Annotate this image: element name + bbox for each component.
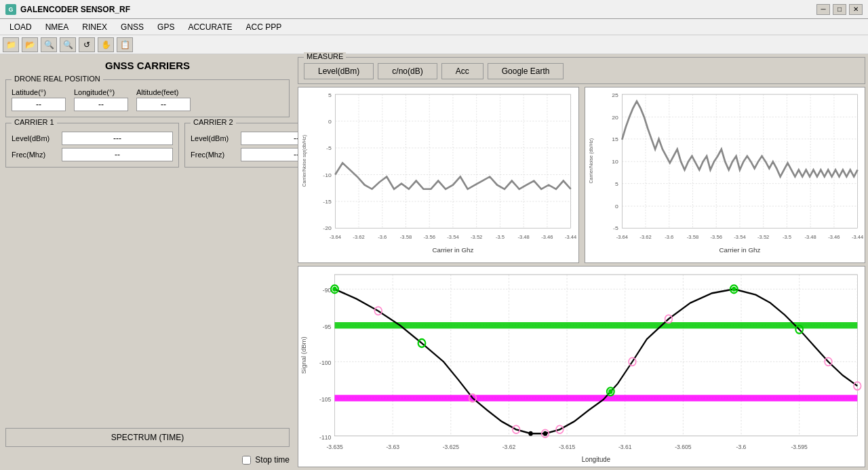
toolbar-hand-btn[interactable]: ✋ — [98, 37, 114, 52]
chart2-container: 25 20 15 10 5 0 -5 Carrier/Noise (db/Hz)… — [585, 87, 866, 263]
acc-button[interactable]: Acc — [441, 63, 484, 79]
svg-text:-3.635: -3.635 — [326, 443, 342, 450]
main-layout: GNSS CARRIERS DRONE REAL POSITION Latitu… — [0, 54, 868, 470]
toolbar: 📁 📂 🔍 🔍 ↺ ✋ 📋 — [0, 35, 868, 54]
svg-text:-3.6: -3.6 — [736, 443, 747, 450]
carrier1-level-label: Level(dBm) — [12, 134, 59, 142]
svg-text:-3.52: -3.52 — [471, 234, 482, 240]
svg-text:-3.48: -3.48 — [804, 234, 816, 240]
svg-text:-110: -110 — [319, 433, 331, 441]
chart3-svg: -90 -95 -100 -105 -110 Signal (dBm) — [298, 267, 865, 467]
svg-text:-3.58: -3.58 — [686, 234, 698, 240]
svg-text:-5: -5 — [613, 225, 618, 232]
svg-text:-3.5: -3.5 — [782, 234, 791, 240]
measure-buttons: Level(dBm) c/no(dB) Acc Google Earth — [304, 63, 859, 79]
carrier2-freq-label: Frec(Mhz) — [191, 151, 238, 159]
menu-load[interactable]: LOAD — [3, 21, 39, 33]
svg-text:25: 25 — [612, 92, 618, 98]
svg-text:-5: -5 — [326, 144, 332, 151]
title-bar: G GALENCODER SENSOR_RF ─ □ ✕ — [0, 0, 868, 19]
carrier1-level-row: Level(dBm) — [12, 132, 173, 145]
svg-text:0: 0 — [328, 118, 332, 125]
carrier1-title: CARRIER 1 — [12, 118, 57, 126]
menu-acc-ppp[interactable]: ACC PPP — [239, 21, 289, 33]
app-title: GALENCODER SENSOR_RF — [20, 5, 130, 14]
measure-group-title: MEASURE — [304, 52, 346, 60]
toolbar-search-btn[interactable]: 🔍 — [41, 37, 57, 52]
svg-text:-100: -100 — [319, 359, 331, 367]
svg-text:-3.46: -3.46 — [541, 234, 553, 240]
altitude-label: Altitude(feet) — [136, 88, 191, 96]
svg-text:10: 10 — [612, 159, 618, 165]
svg-text:0: 0 — [615, 203, 618, 210]
svg-text:-3.58: -3.58 — [400, 234, 412, 240]
right-panel: MEASURE Level(dBm) c/no(dB) Acc Google E… — [295, 54, 868, 470]
carriers-row: CARRIER 1 Level(dBm) Frec(Mhz) CARRIER 2 — [5, 123, 290, 168]
toolbar-folder-btn[interactable]: 📂 — [22, 37, 38, 52]
svg-text:-3.54: -3.54 — [734, 234, 745, 240]
svg-text:-3.46: -3.46 — [828, 234, 840, 240]
svg-text:-105: -105 — [319, 395, 331, 403]
carrier1-freq-row: Frec(Mhz) — [12, 148, 173, 161]
svg-text:-3.54: -3.54 — [447, 234, 458, 240]
latitude-input[interactable] — [12, 98, 66, 111]
svg-text:-3.52: -3.52 — [757, 234, 769, 240]
svg-text:-3.56: -3.56 — [710, 234, 722, 240]
svg-text:Longitude: Longitude — [582, 455, 611, 463]
svg-text:-3.6: -3.6 — [665, 234, 673, 240]
stop-time-label: Stop time — [255, 455, 290, 465]
svg-text:5: 5 — [328, 92, 332, 98]
menu-accurate[interactable]: ACCURATE — [181, 21, 239, 33]
stop-time-checkbox[interactable] — [242, 456, 251, 465]
chart3-container: -90 -95 -100 -105 -110 Signal (dBm) — [298, 266, 865, 467]
maximize-button[interactable]: □ — [833, 4, 846, 15]
longitude-input[interactable] — [74, 98, 128, 111]
minimize-button[interactable]: ─ — [816, 4, 830, 15]
svg-text:-3.615: -3.615 — [559, 443, 575, 450]
svg-text:-3.44: -3.44 — [852, 234, 863, 240]
svg-point-105 — [608, 389, 612, 394]
menu-bar: LOAD NMEA RINEX GNSS GPS ACCURATE ACC PP… — [0, 19, 868, 35]
svg-text:-3.605: -3.605 — [675, 443, 691, 450]
spectrum-button[interactable]: SPECTRUM (TIME) — [5, 428, 290, 447]
measure-group: MEASURE Level(dBm) c/no(dB) Acc Google E… — [298, 57, 865, 84]
svg-text:-3.64: -3.64 — [330, 234, 341, 240]
svg-text:-3.56: -3.56 — [424, 234, 435, 240]
toolbar-refresh-btn[interactable]: ↺ — [79, 37, 95, 52]
menu-rinex[interactable]: RINEX — [75, 21, 114, 33]
toolbar-zoom-btn[interactable]: 🔍 — [60, 37, 76, 52]
carrier1-freq-label: Frec(Mhz) — [12, 151, 59, 159]
svg-text:-3.5: -3.5 — [496, 234, 505, 240]
latitude-label: Latitude(°) — [12, 88, 66, 96]
toolbar-clipboard-btn[interactable]: 📋 — [117, 37, 133, 52]
svg-text:20: 20 — [612, 114, 618, 121]
carrier2-level-label: Level(dBm) — [191, 134, 238, 142]
panel-title: GNSS CARRIERS — [5, 60, 290, 71]
cno-db-button[interactable]: c/no(dB) — [378, 63, 437, 79]
svg-text:-90: -90 — [323, 287, 331, 294]
svg-text:-3.64: -3.64 — [616, 234, 627, 240]
svg-text:Carrier in Ghz: Carrier in Ghz — [719, 246, 760, 254]
svg-point-118 — [528, 431, 532, 436]
google-earth-button[interactable]: Google Earth — [488, 63, 564, 79]
altitude-input[interactable] — [136, 98, 191, 111]
svg-text:-3.62: -3.62 — [502, 443, 516, 450]
carrier1-freq-input[interactable] — [62, 148, 173, 161]
menu-gnss[interactable]: GNSS — [114, 21, 151, 33]
app-icon: G — [5, 4, 16, 15]
svg-text:-3.61: -3.61 — [618, 443, 632, 450]
window-controls[interactable]: ─ □ ✕ — [816, 4, 863, 15]
svg-text:-3.63: -3.63 — [386, 443, 399, 450]
toolbar-open-btn[interactable]: 📁 — [3, 37, 19, 52]
drone-position-group: DRONE REAL POSITION Latitude(°) Longitud… — [5, 79, 290, 117]
carrier2-title: CARRIER 2 — [191, 118, 236, 126]
svg-point-107 — [732, 287, 736, 292]
menu-gps[interactable]: GPS — [151, 21, 181, 33]
svg-text:-20: -20 — [323, 225, 332, 232]
menu-nmea[interactable]: NMEA — [39, 21, 76, 33]
svg-point-102 — [332, 287, 336, 292]
level-dbm-button[interactable]: Level(dBm) — [304, 63, 374, 79]
svg-text:-95: -95 — [323, 323, 331, 330]
close-button[interactable]: ✕ — [849, 4, 863, 15]
carrier1-level-input[interactable] — [62, 132, 173, 145]
